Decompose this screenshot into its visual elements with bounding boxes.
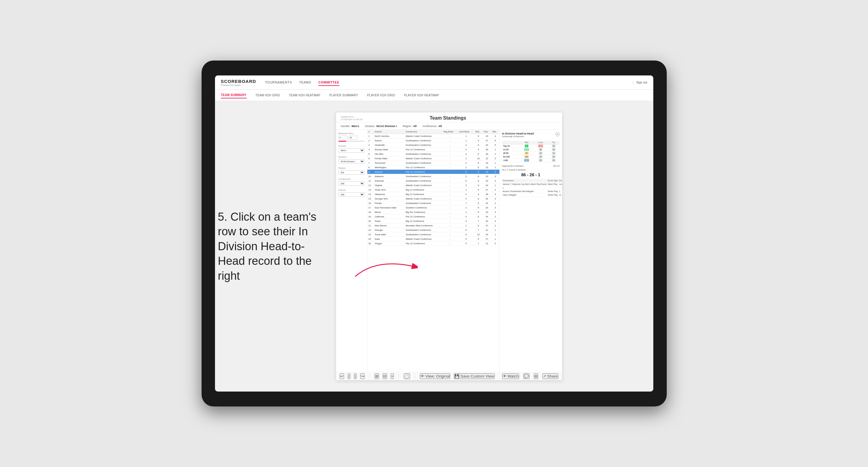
redo-button[interactable]: ↪ <box>360 373 365 379</box>
step-back-button[interactable]: ⟨ <box>348 373 350 379</box>
row-tour: 26 <box>483 147 491 152</box>
row-num: 7 <box>367 161 374 165</box>
sidebar-school-select[interactable]: (All) <box>338 192 365 197</box>
step-forward-button[interactable]: ⟩ <box>354 373 356 379</box>
table-row[interactable]: 10 Alabama Southeastern Conference - 5 8… <box>367 174 499 179</box>
table-row[interactable]: 1 North Carolina Atlantic Coast Conferen… <box>367 134 499 138</box>
row-win: 6 <box>491 138 499 143</box>
table-row[interactable]: 20 Texas Big 12 Conference - 3 7 20 4 <box>367 219 499 223</box>
sidebar-gender-select[interactable]: Men's <box>338 148 365 153</box>
table-row[interactable]: 15 Georgia Tech Atlantic Coast Conferenc… <box>367 196 499 201</box>
logo-title: SCOREBOARD <box>221 79 256 84</box>
row-win: 2 <box>491 223 499 228</box>
row-conf: 4 <box>458 214 474 219</box>
row-rds: 10 <box>474 232 483 237</box>
table-row[interactable]: 24 Duke Atlantic Coast Conference - 5 9 … <box>367 237 499 241</box>
min-rounds-input[interactable] <box>338 136 347 139</box>
row-conference: Southeastern Conference <box>405 179 442 183</box>
watch-button[interactable]: 👁 Watch <box>502 373 519 379</box>
sidebar-region-select[interactable]: N/A <box>338 170 365 175</box>
table-row[interactable]: 2 Auburn Southeastern Conference - 1 9 2… <box>367 138 499 143</box>
row-num: 10 <box>367 174 374 179</box>
table-row[interactable]: 19 California Pac-12 Conference - 4 8 24… <box>367 214 499 219</box>
row-tour: 24 <box>483 201 491 206</box>
row-rds: 6 <box>474 161 483 165</box>
subnav-player-summary[interactable]: PLAYER SUMMARY <box>330 92 359 98</box>
subnav-team-h2h-heatmap[interactable]: TEAM H2H HEATMAP <box>289 92 320 98</box>
share-button[interactable]: ↗ Share <box>542 373 558 379</box>
nav-teams[interactable]: TEAMS <box>299 79 311 86</box>
row-num: 24 <box>367 237 374 241</box>
sidebar-division-select[interactable]: NCAA Division I <box>338 159 365 164</box>
opponents-val: 99.1% <box>553 165 559 167</box>
comment-button[interactable]: 💬 <box>523 373 530 379</box>
table-row[interactable]: 11 Arkansas Southeastern Conference - 6 … <box>367 179 499 183</box>
close-button[interactable]: ✕ <box>556 132 560 136</box>
table-row[interactable]: 7 Tennessee Southeastern Conference - 4 … <box>367 161 499 165</box>
h2h-breakdown-table: Win Loss Tie Top 10 3 13 0 11-25 11 8 0 … <box>502 141 560 162</box>
row-conf: 2 <box>458 192 474 196</box>
tablet-shell: SCOREBOARD Powered by clippd TOURNAMENTS… <box>202 61 667 406</box>
table-row[interactable]: 23 Texas A&M Southeastern Conference - 9… <box>367 232 499 237</box>
clock-button[interactable]: 🕐 <box>404 373 410 379</box>
add-button[interactable]: + <box>391 373 394 379</box>
nav-committee[interactable]: COMMITTEE <box>318 79 340 86</box>
save-custom-button[interactable]: 💾 Save Custom View <box>454 373 494 379</box>
max-rounds-input[interactable] <box>348 136 358 139</box>
grid-button[interactable]: ⊞ <box>534 373 538 379</box>
row-rds: 9 <box>474 210 483 214</box>
table-row[interactable]: 4 Arizona State Pac-12 Conference - 4 9 … <box>367 147 499 152</box>
subnav-player-h2h-heatmap[interactable]: PLAYER H2H HEATMAP <box>404 92 439 98</box>
h2h-tie-cell: 0 <box>548 159 559 162</box>
table-row[interactable]: 14 Oklahoma Big 12 Conference - 2 9 26 3 <box>367 192 499 196</box>
table-row[interactable]: 22 Georgia Southeastern Conference - 8 7… <box>367 228 499 232</box>
row-tour: 18 <box>483 152 491 156</box>
row-win: 1 <box>491 232 499 237</box>
row-conference: Big 12 Conference <box>405 219 442 223</box>
row-tour: 24 <box>483 232 491 237</box>
h2h-win-cell: 20 <box>520 155 534 159</box>
logo-area: SCOREBOARD Powered by clippd <box>221 79 256 87</box>
update-time-value: 27/03/2024 16:56:26 <box>341 118 363 121</box>
subnav-team-h2h-grid[interactable]: TEAM H2H GRID <box>255 92 280 98</box>
view-original-button[interactable]: 👁 View: Original <box>420 373 450 379</box>
h2h-range: >100 <box>502 159 520 162</box>
share-icon: ↗ <box>543 374 546 378</box>
col-rds: Rds <box>474 130 483 134</box>
row-conf: 9 <box>458 232 474 237</box>
tournament-row: Cabo Collegiate Stroke Play 11 17 <box>502 193 562 197</box>
table-row[interactable]: 9 Arizona Pac-12 Conference - 8 9 23 3 <box>367 170 499 174</box>
copy-button[interactable]: ⊞ <box>374 373 379 379</box>
table-row[interactable]: 12 Virginia Atlantic Coast Conference - … <box>367 183 499 188</box>
sidebar-conference-select[interactable]: (All) <box>338 181 365 186</box>
undo-button[interactable]: ↩ <box>340 373 344 379</box>
sidebar-region-label: Region <box>338 167 365 169</box>
table-row[interactable]: 8 Washington Pac-12 Conference - 2 8 23 … <box>367 165 499 170</box>
table-row[interactable]: 25 Oregon Pac-12 Conference - 5 7 21 0 <box>367 241 499 246</box>
paste-button[interactable]: ⊟ <box>382 373 387 379</box>
row-reg: - <box>442 232 458 237</box>
subnav-team-summary[interactable]: TEAM SUMMARY <box>221 92 247 98</box>
row-reg: - <box>442 174 458 179</box>
table-row[interactable]: 21 New Mexico Mountain West Conference -… <box>367 223 499 228</box>
tournament-table: Tournament Event Type Pos Score Jackson … <box>502 179 562 197</box>
table-row[interactable]: 5 Ole Miss Southeastern Conference - 3 6… <box>367 152 499 156</box>
row-conf: 4 <box>458 196 474 201</box>
row-tour: 27 <box>483 223 491 228</box>
table-row[interactable]: 3 Vanderbilt Southeastern Conference - 2… <box>367 143 499 147</box>
sign-out-link[interactable]: Sign out <box>633 81 647 84</box>
nav-tournaments[interactable]: TOURNAMENTS <box>265 79 292 86</box>
row-reg: - <box>442 165 458 170</box>
row-tour: 18 <box>483 161 491 165</box>
table-row[interactable]: 6 Florida State Atlantic Coast Conferenc… <box>367 156 499 161</box>
row-win: 1 <box>491 161 499 165</box>
subnav-player-h2h-grid[interactable]: PLAYER H2H GRID <box>367 92 395 98</box>
toolbar-sep-3 <box>415 374 415 378</box>
table-row[interactable]: 13 Texas Tech Big 12 Conference - 1 9 27… <box>367 188 499 192</box>
table-row[interactable]: 16 Florida Southeastern Conference - 7 9… <box>367 201 499 206</box>
row-win: 2 <box>491 214 499 219</box>
row-school: Texas A&M <box>374 232 405 237</box>
table-row[interactable]: 17 East Tennessee State Southern Confere… <box>367 206 499 210</box>
table-row[interactable]: 18 Illinois Big Ten Conference - 1 9 23 … <box>367 210 499 214</box>
row-rds: 8 <box>474 179 483 183</box>
